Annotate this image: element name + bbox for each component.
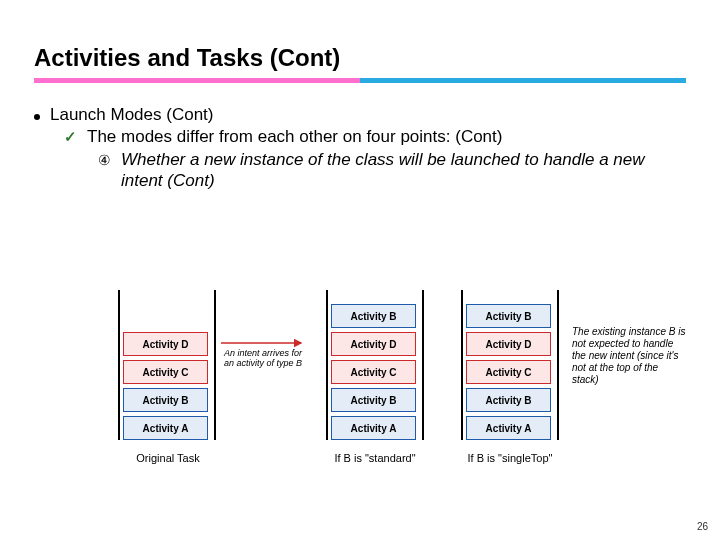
cell-activity-b: Activity B	[466, 304, 551, 328]
cell-activity-a: Activity A	[466, 416, 551, 440]
arrow-icon	[221, 338, 307, 348]
cell-activity-a: Activity A	[331, 416, 416, 440]
check-icon: ✓	[64, 128, 77, 146]
circled-number-icon: ④	[98, 152, 111, 168]
bullet-level1-text: Launch Modes (Cont)	[50, 105, 213, 125]
cell-activity-d: Activity D	[123, 332, 208, 356]
cell-activity-b: Activity B	[123, 388, 208, 412]
bullet-level3-text: Whether a new instance of the class will…	[121, 149, 686, 192]
bullet-dot-icon	[34, 114, 40, 120]
launch-mode-diagram: Activity D Activity C Activity B Activit…	[0, 284, 720, 514]
stack-wall	[422, 290, 424, 440]
page-number: 26	[697, 521, 708, 532]
bullet-level2-text: The modes differ from each other on four…	[87, 127, 502, 147]
cell-activity-b: Activity B	[466, 388, 551, 412]
cell-activity-d: Activity D	[331, 332, 416, 356]
side-note: The existing instance B is not expected …	[572, 326, 687, 386]
intent-label: An intent arrives for an activity of typ…	[224, 348, 314, 369]
cell-activity-b: Activity B	[331, 388, 416, 412]
bullet-level3: ④ Whether a new instance of the class wi…	[98, 149, 686, 192]
stack-label-singletop: If B is "singleTop"	[458, 452, 562, 464]
stack-wall	[118, 290, 120, 440]
cell-activity-c: Activity C	[123, 360, 208, 384]
slide: Activities and Tasks (Cont) Launch Modes…	[0, 0, 720, 540]
cell-activity-d: Activity D	[466, 332, 551, 356]
bullet-level1: Launch Modes (Cont)	[34, 105, 686, 125]
cell-activity-b: Activity B	[331, 304, 416, 328]
cell-activity-a: Activity A	[123, 416, 208, 440]
stack-wall	[214, 290, 216, 440]
stack-label-original: Original Task	[116, 452, 220, 464]
stack-wall	[557, 290, 559, 440]
stack-wall	[461, 290, 463, 440]
title-rule	[34, 78, 686, 83]
stack-wall	[326, 290, 328, 440]
bullet-level2: ✓ The modes differ from each other on fo…	[64, 127, 686, 147]
cell-activity-c: Activity C	[331, 360, 416, 384]
cell-activity-c: Activity C	[466, 360, 551, 384]
stack-label-standard: If B is "standard"	[323, 452, 427, 464]
slide-title: Activities and Tasks (Cont)	[34, 44, 686, 72]
